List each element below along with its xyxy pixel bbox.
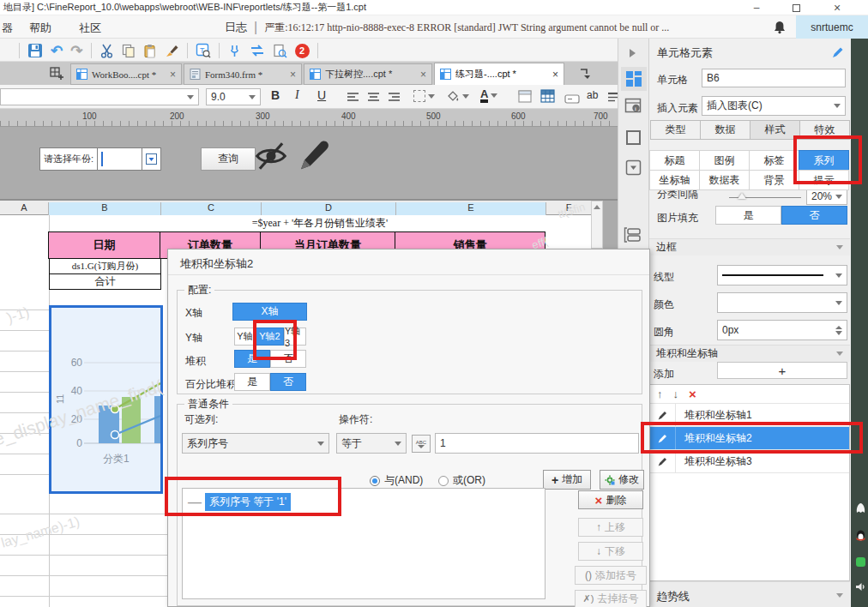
remove-bracket-button[interactable]: ✗)去掉括号 [575, 590, 647, 607]
tab-exercise-active[interactable]: 练习题-....cpt * × [434, 63, 564, 85]
and-radio[interactable]: 与(AND) [370, 473, 423, 488]
query-button[interactable]: 查询 [201, 147, 256, 171]
merge-cell-icon[interactable] [518, 90, 532, 106]
year-dropdown-button[interactable] [142, 147, 161, 171]
col-header-c[interactable]: C [161, 202, 262, 215]
tab-close-icon[interactable]: × [420, 69, 426, 81]
redo-button[interactable]: ↷ [70, 42, 82, 60]
ab-text-icon[interactable]: ab [587, 89, 598, 101]
tab-data[interactable]: 数据 [700, 120, 750, 140]
col-header-e[interactable]: E [396, 202, 546, 215]
subtab-datatable[interactable]: 数据表 [699, 170, 750, 190]
copy-icon[interactable] [122, 44, 136, 58]
value-type-icon[interactable]: ABC [412, 435, 431, 453]
subtab-background[interactable]: 背景 [749, 170, 799, 190]
col-header-f[interactable]: F [546, 202, 591, 215]
subtab-axis[interactable]: 坐标轴 [649, 170, 700, 190]
insert-table-icon[interactable] [540, 89, 555, 106]
cell-attr-tab-icon[interactable]: i [624, 96, 642, 115]
notification-bell-icon[interactable] [772, 20, 787, 35]
sheet-vscrollbar[interactable] [591, 201, 603, 249]
align-center-button[interactable] [367, 91, 380, 106]
tab-type[interactable]: 类型 [650, 120, 701, 140]
tab-close-icon[interactable]: × [552, 69, 558, 81]
delete-condition-button[interactable]: ×删除 [578, 490, 643, 509]
condition-value-input[interactable]: 1 [435, 433, 639, 454]
add-condition-button[interactable]: +增加 [543, 470, 591, 490]
pct-stack-no-button[interactable]: 否 [270, 373, 306, 391]
undo-button[interactable]: ↶ [51, 42, 63, 60]
axis-item-3[interactable]: 堆积和坐标轴3 [650, 450, 849, 473]
save-button[interactable] [27, 43, 43, 58]
preview-icon[interactable]: T [196, 43, 211, 58]
tab-close-icon[interactable]: × [290, 69, 296, 81]
subtab-legend[interactable]: 图例 [699, 150, 750, 171]
x-axis-button[interactable]: X轴 [232, 303, 307, 321]
border-button[interactable] [413, 90, 435, 102]
total-cell[interactable]: 合计 [49, 274, 161, 290]
move-down-icon[interactable]: ↓ [673, 388, 679, 400]
log-area[interactable]: 日志 | 严重:16:12:17 http-nio-8888-exec-8 ER… [225, 20, 669, 35]
add-bracket-button[interactable]: ()添加括号 [575, 566, 647, 585]
maximize-button[interactable] [784, 1, 808, 15]
subtab-label[interactable]: 标签 [749, 150, 799, 171]
align-right-button[interactable] [388, 91, 401, 106]
format-painter-icon[interactable] [165, 44, 179, 58]
move-down-button[interactable]: ↓下移 [578, 542, 643, 561]
collapse-panel-icon[interactable] [626, 47, 638, 59]
border-section-header[interactable]: 边框 [649, 238, 850, 255]
move-up-icon[interactable]: ↑ [657, 388, 663, 400]
desktop-icon-green[interactable] [855, 556, 865, 567]
desktop-icon-speaker[interactable] [854, 580, 866, 592]
ds-cell[interactable]: ds1.G(订购月份) [49, 259, 161, 274]
tab-workbook[interactable]: WorkBoo....cpt * × [70, 63, 182, 85]
image-fill-yes[interactable]: 是 [715, 206, 781, 225]
float-element-tab-icon[interactable] [624, 129, 642, 146]
close-button[interactable]: × [825, 1, 849, 15]
underline-button[interactable]: U [317, 88, 326, 102]
new-tab-button[interactable] [48, 65, 65, 82]
font-size-select[interactable]: 9.0 [206, 88, 261, 105]
eye-slash-icon[interactable] [253, 137, 289, 175]
header-cell-date[interactable]: 日期 [48, 231, 160, 259]
condition-attr-tab-icon[interactable] [623, 225, 643, 245]
image-fill-no[interactable]: 否 [781, 206, 847, 225]
cell-ref-input[interactable]: B6 [702, 69, 846, 87]
add-axis-button[interactable]: + [717, 362, 847, 379]
chart-cell-selection[interactable]: 60 40 20 0 11 分类1 [49, 305, 163, 494]
font-color-button[interactable]: A [480, 88, 497, 103]
insert-element-select[interactable]: 插入图表(C) [702, 96, 846, 116]
desktop-icon-qq[interactable] [854, 529, 866, 543]
menu-item-help[interactable]: 帮助 [29, 21, 51, 36]
operator-select[interactable]: 等于 [336, 433, 407, 454]
scroll-up-icon[interactable] [594, 205, 600, 209]
text-field-icon[interactable] [564, 92, 580, 107]
col-header-b[interactable]: B [49, 202, 161, 215]
connect-plug-icon[interactable] [227, 44, 242, 58]
switch-icon[interactable] [250, 44, 265, 57]
panel-edit-pencil-icon[interactable] [830, 45, 846, 60]
desktop-icon-white[interactable] [854, 502, 866, 514]
gap-value-select[interactable]: 20% [806, 190, 847, 205]
user-badge[interactable]: snrtuemc [796, 15, 868, 39]
spinner-arrows[interactable] [835, 326, 842, 335]
tab-dropdown-tree[interactable]: 下拉树控....cpt * × [304, 63, 432, 85]
or-radio[interactable]: 或(OR) [438, 473, 485, 488]
menu-item-community[interactable]: 社区 [79, 21, 101, 36]
message-badge[interactable]: 2 [295, 44, 310, 58]
tab-overflow-button[interactable] [576, 66, 594, 81]
cut-icon[interactable] [99, 44, 114, 58]
modify-condition-button[interactable]: 修改 [600, 470, 644, 490]
font-family-select[interactable] [0, 88, 199, 105]
align-left-button[interactable] [347, 91, 359, 106]
formula-cell[interactable]: =$year + '年各月份销售业绩表' [49, 215, 591, 231]
subtab-title[interactable]: 标题 [649, 150, 700, 171]
cell-element-tab-icon[interactable] [621, 67, 647, 91]
minimize-button[interactable]: – [744, 1, 769, 15]
fill-color-button[interactable] [446, 89, 469, 103]
widget-settings-tab-icon[interactable] [624, 159, 642, 176]
delete-axis-icon[interactable]: × [689, 387, 696, 401]
column-select[interactable]: 系列序号 [182, 433, 329, 454]
menu-item-partial[interactable]: 器 [2, 21, 13, 36]
bold-button[interactable]: B [271, 88, 280, 102]
